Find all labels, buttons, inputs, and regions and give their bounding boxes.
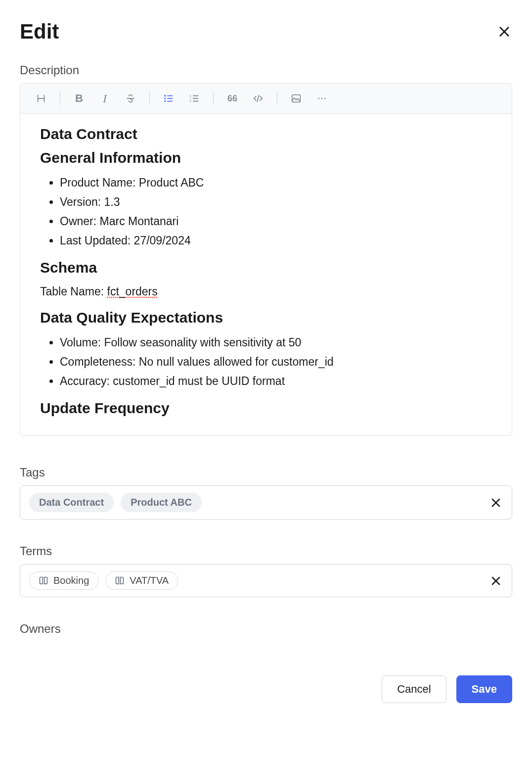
strikethrough-icon [125,93,136,104]
tags-input[interactable]: Data Contract Product ABC [20,485,512,520]
list-item: Last Updated: 27/09/2024 [60,231,492,250]
svg-point-1 [165,98,166,99]
italic-button[interactable]: I [94,88,116,109]
svg-point-6 [318,98,319,99]
strikethrough-button[interactable] [120,88,141,109]
toolbar-separator [60,92,60,105]
heading-button[interactable] [30,88,52,109]
close-icon [490,497,502,509]
content-h-update: Update Frequency [40,400,492,417]
cancel-button[interactable]: Cancel [382,675,446,703]
clear-terms-button[interactable] [489,574,503,588]
page-title: Edit [20,20,59,44]
terms-label: Terms [20,544,512,558]
svg-text:1: 1 [189,94,191,98]
bullet-list-button[interactable] [158,88,179,109]
book-icon [115,576,125,586]
term-pill[interactable]: Booking [29,571,98,590]
tag-pill[interactable]: Product ABC [121,493,202,512]
content-h-dq: Data Quality Expectations [40,309,492,326]
save-button[interactable]: Save [456,675,512,703]
list-item: Product Name: Product ABC [60,173,492,192]
close-icon [497,25,511,39]
term-label: Booking [53,575,89,586]
list-item: Completeness: No null values allowed for… [60,352,492,372]
general-info-list: Product Name: Product ABC Version: 1.3 O… [40,173,492,250]
terms-input[interactable]: Booking VAT/TVA [20,564,512,597]
toolbar-separator [277,92,277,105]
svg-point-8 [324,98,326,99]
svg-text:2: 2 [189,98,191,103]
list-item: Version: 1.3 [60,192,492,212]
close-icon [490,575,502,587]
toolbar-separator [213,92,214,105]
close-button[interactable] [496,24,512,40]
image-button[interactable] [285,88,307,109]
tags-label: Tags [20,466,512,479]
list-item: Owner: Marc Montanari [60,212,492,231]
numbered-list-button[interactable]: 12 [183,88,205,109]
dq-list: Volume: Follow seasonality with sensitiv… [40,333,492,391]
book-icon [39,576,48,586]
content-h-schema: Schema [40,259,492,276]
numbered-list-icon: 12 [189,93,200,104]
toolbar-separator [149,92,150,105]
image-icon [291,93,302,104]
code-icon [253,93,264,104]
code-button[interactable] [247,88,269,109]
content-h-data-contract: Data Contract [40,126,492,143]
svg-point-7 [321,98,323,99]
bullet-list-icon [163,93,174,104]
owners-label: Owners [20,622,512,636]
editor-toolbar: B I 12 66 [20,84,512,114]
quote-button[interactable]: 66 [222,88,243,109]
heading-icon [36,93,46,104]
clear-tags-button[interactable] [489,496,503,510]
editor-content-area[interactable]: Data Contract General Information Produc… [20,114,512,435]
svg-point-0 [165,95,166,96]
content-h-general-info: General Information [40,149,492,166]
footer-actions: Cancel Save [20,675,512,703]
list-item: Volume: Follow seasonality with sensitiv… [60,333,492,352]
more-icon [316,93,327,104]
svg-point-2 [165,101,166,102]
list-item: Accuracy: customer_id must be UUID forma… [60,372,492,391]
tag-pill[interactable]: Data Contract [29,493,114,512]
more-button[interactable] [311,88,333,109]
bold-button[interactable]: B [68,88,90,109]
description-editor: B I 12 66 Data Contract General Informat… [20,83,512,436]
term-pill[interactable]: VAT/TVA [105,571,178,590]
term-label: VAT/TVA [130,575,169,586]
schema-table-name: Table Name: fct_orders [40,283,492,300]
description-label: Description [20,63,512,77]
